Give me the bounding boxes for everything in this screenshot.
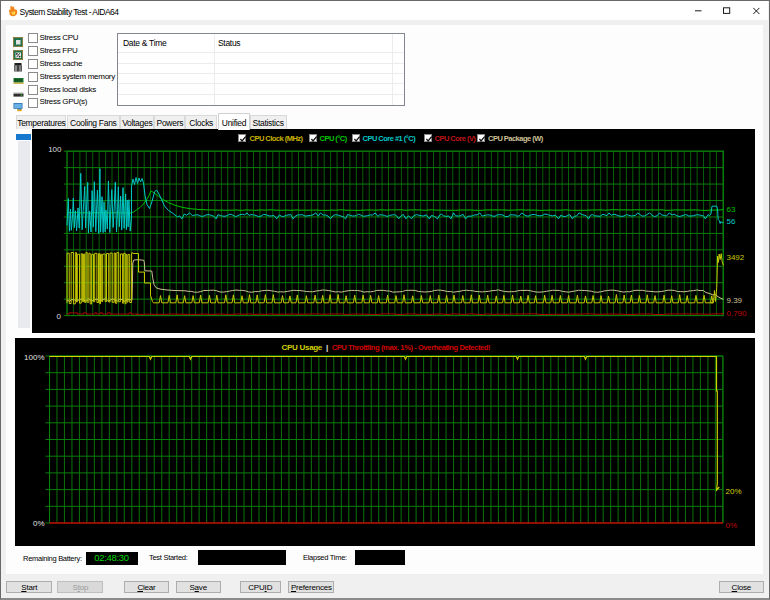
svg-text:0%: 0% <box>32 519 44 528</box>
svg-text:56: 56 <box>726 216 735 225</box>
svg-text:100: 100 <box>48 144 62 153</box>
svg-text:9.39: 9.39 <box>726 295 742 304</box>
svg-text:63: 63 <box>726 204 735 213</box>
svg-text:20%: 20% <box>725 487 741 496</box>
svg-text:3492: 3492 <box>726 252 744 261</box>
svg-text:0: 0 <box>56 311 61 320</box>
svg-text:100%: 100% <box>24 353 44 362</box>
svg-text:0.790: 0.790 <box>726 309 747 318</box>
svg-text:0%: 0% <box>725 521 737 530</box>
